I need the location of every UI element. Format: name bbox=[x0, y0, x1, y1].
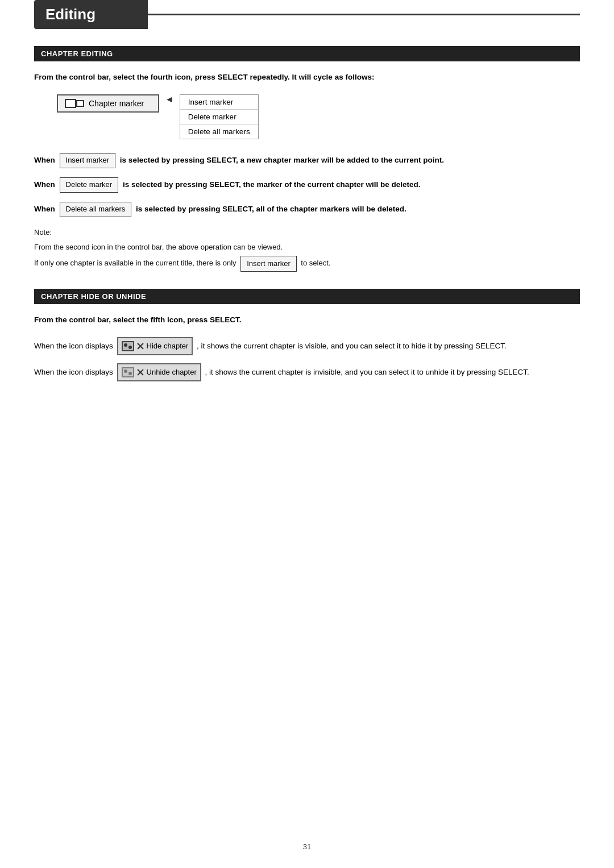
chapter-editing-header: CHAPTER EDITING bbox=[34, 46, 580, 61]
option-insert-marker: Insert marker bbox=[180, 95, 258, 110]
note-label: Note: bbox=[34, 226, 580, 239]
delete-all-markers-para: When Delete all markers is selected by p… bbox=[34, 202, 580, 217]
chapter-marker-label: Chapter marker bbox=[89, 99, 144, 108]
chapter-hide-unhide-header: CHAPTER HIDE OR UNHIDE bbox=[34, 289, 580, 304]
cross-icon bbox=[136, 342, 144, 350]
note-line-1: From the second icon in the control bar,… bbox=[34, 241, 580, 254]
options-dropdown: Insert marker Delete marker Delete all m… bbox=[180, 94, 259, 139]
chapter-editing-intro: From the control bar, select the fourth … bbox=[34, 72, 580, 83]
film-reel-icon-unhide bbox=[122, 367, 134, 377]
unhide-chapter-para: When the icon displays Unhide chapter , … bbox=[34, 363, 580, 381]
insert-marker-para: When Insert marker is selected by pressi… bbox=[34, 153, 580, 168]
delete-all-markers-badge: Delete all markers bbox=[60, 202, 132, 217]
when-label-1: When bbox=[34, 156, 55, 164]
when-label-2: When bbox=[34, 180, 55, 189]
hide-chapter-para: When the icon displays Hide chapter , it… bbox=[34, 337, 580, 355]
option-delete-marker: Delete marker bbox=[180, 110, 258, 124]
insert-marker-badge-1: Insert marker bbox=[60, 153, 116, 168]
page-title-bar: Editing bbox=[34, 0, 580, 29]
insert-marker-text: is selected by pressing SELECT, a new ch… bbox=[120, 156, 444, 164]
page-number: 31 bbox=[303, 842, 311, 851]
title-line bbox=[148, 14, 580, 15]
delete-all-markers-text: is selected by pressing SELECT, all of t… bbox=[136, 205, 406, 213]
delete-marker-para: When Delete marker is selected by pressi… bbox=[34, 177, 580, 193]
page-title: Editing bbox=[34, 0, 148, 29]
chapter-editing-diagram: Chapter marker ◄ Insert marker Delete ma… bbox=[34, 94, 580, 139]
chapter-icon bbox=[65, 99, 84, 108]
chapter-hide-unhide-section: CHAPTER HIDE OR UNHIDE From the control … bbox=[34, 289, 580, 381]
cross-icon-unhide bbox=[136, 368, 144, 376]
hide-unhide-intro: From the control bar, select the fifth i… bbox=[34, 314, 580, 326]
arrow-icon: ◄ bbox=[165, 94, 174, 105]
delete-marker-text: is selected by pressing SELECT, the mark… bbox=[123, 180, 421, 189]
film-reel-icon bbox=[122, 341, 134, 351]
when-label-3: When bbox=[34, 205, 55, 213]
chapter-marker-box: Chapter marker bbox=[57, 94, 159, 113]
option-delete-all-markers: Delete all markers bbox=[180, 124, 258, 139]
hide-chapter-icon-display: Hide chapter bbox=[117, 337, 193, 355]
page-container: Editing CHAPTER EDITING From the control… bbox=[0, 0, 614, 868]
unhide-chapter-badge: Unhide chapter bbox=[147, 366, 197, 379]
hide-chapter-badge: Hide chapter bbox=[147, 340, 189, 352]
chapter-editing-section: CHAPTER EDITING From the control bar, se… bbox=[34, 46, 580, 272]
insert-marker-badge-note: Insert marker bbox=[240, 256, 297, 272]
note-line-2: If only one chapter is available in the … bbox=[34, 256, 580, 272]
unhide-chapter-icon-display: Unhide chapter bbox=[117, 363, 201, 381]
notes-block: Note: From the second icon in the contro… bbox=[34, 226, 580, 272]
delete-marker-badge: Delete marker bbox=[60, 177, 119, 193]
